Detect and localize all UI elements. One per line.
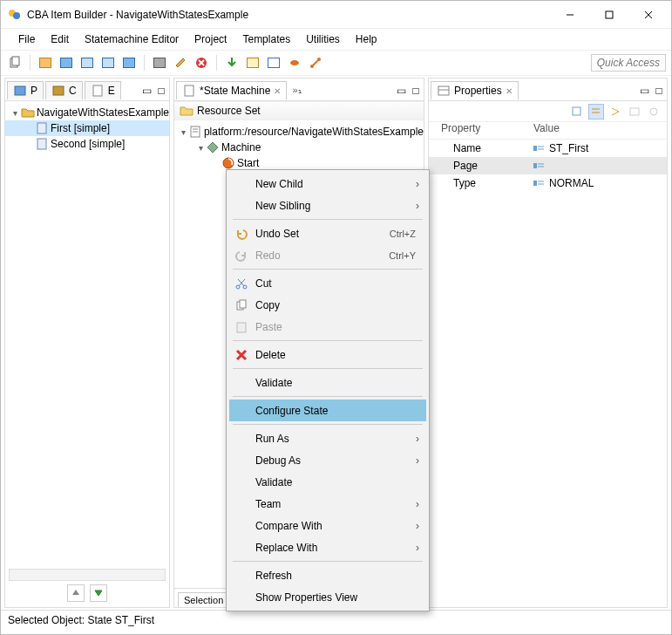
right-min-icon[interactable]: ▭ [638,85,650,97]
props-btn-1[interactable] [569,104,585,119]
ctx-configure-state[interactable]: Configure State [229,399,426,421]
redo-icon [234,249,248,263]
ctx-show-properties[interactable]: Show Properties View [229,586,426,608]
ctx-undo[interactable]: Undo SetCtrl+Z [229,222,426,244]
scissors-icon [234,277,248,290]
menu-help[interactable]: Help [349,31,384,48]
tree-item-second[interactable]: Second [simple] [5,136,169,152]
close-tab-icon[interactable]: ✕ [506,86,512,96]
up-button[interactable] [67,584,85,602]
svg-rect-20 [185,85,193,96]
ctx-delete[interactable]: Delete [229,344,426,365]
prop-type[interactable]: Type NORMAL [429,174,667,192]
tab-properties[interactable]: Properties ✕ [431,81,519,99]
ctx-refresh[interactable]: Refresh [229,564,426,586]
mid-max-icon[interactable]: □ [410,85,422,97]
right-max-icon[interactable]: □ [653,85,665,97]
tree-item-first[interactable]: First [simple] [5,120,169,136]
props-header: Property Value [429,122,667,140]
ctx-team[interactable]: Team [229,493,426,515]
menu-edit[interactable]: Edit [44,31,76,48]
menu-statemachine[interactable]: Statemachine Editor [78,31,186,48]
window-title: CBA Item Builder - NavigateWithStatesExa… [27,9,550,21]
tool-blue-icon[interactable] [58,54,75,72]
properties-pane: Properties ✕ ▭□ Property Value Name ST_F… [428,78,668,608]
tool-page-icon[interactable] [120,54,138,72]
svg-rect-3 [606,11,613,18]
tool-split-icon[interactable] [265,54,282,72]
tree-platform[interactable]: ▾ platform:/resource/NavigateWithStatesE… [174,124,424,140]
tool-edit-icon[interactable] [78,54,96,72]
svg-point-31 [650,108,657,115]
menu-templates[interactable]: Templates [235,31,297,48]
props-btn-3[interactable] [608,104,623,119]
svg-rect-15 [15,86,25,95]
prop-page[interactable]: Page [429,157,667,174]
scrollbar[interactable] [9,569,166,581]
props-btn-4[interactable] [627,104,642,119]
svg-rect-17 [93,85,102,96]
menu-file[interactable]: File [11,31,42,48]
ctx-copy[interactable]: Copy [229,294,426,316]
tool-copy-icon[interactable] [6,54,24,72]
folder-icon [21,106,35,119]
tool-orange-icon[interactable] [286,54,303,72]
svg-rect-7 [12,57,19,65]
ctx-redo: RedoCtrl+Y [229,244,426,266]
more-tabs-icon[interactable]: »₁ [288,85,304,96]
project-tree[interactable]: ▾ NavigateWithStatesExample First [simpl… [5,101,169,607]
tool-image-icon[interactable] [151,54,168,72]
svg-rect-47 [237,323,246,332]
context-menu[interactable]: New Child New Sibling Undo SetCtrl+Z Red… [226,169,430,611]
maximize-button[interactable] [589,3,628,27]
props-btn-5[interactable] [646,104,662,119]
ctx-validate[interactable]: Validate [229,372,426,393]
prop-name[interactable]: Name ST_First [429,140,667,157]
btab-selection[interactable]: Selection [178,592,229,607]
tool-open-icon[interactable] [37,54,54,72]
down-button[interactable] [90,584,107,602]
left-max-icon[interactable]: □ [155,85,167,97]
close-button[interactable] [628,3,668,27]
tab-e[interactable]: E [85,81,121,99]
minimize-button[interactable] [550,3,589,27]
svg-rect-32 [533,146,537,151]
tool-down-icon[interactable] [223,54,241,72]
menubar: File Edit Statemachine Editor Project Te… [1,29,671,50]
ctx-new-sibling[interactable]: New Sibling [229,195,426,216]
ctx-replace[interactable]: Replace With [229,536,426,558]
mid-min-icon[interactable]: ▭ [395,85,407,97]
ctx-compare[interactable]: Compare With [229,515,426,536]
tree-root[interactable]: ▾ NavigateWithStatesExample [5,105,169,120]
tab-c[interactable]: C [45,81,83,99]
props-btn-2[interactable] [588,104,604,119]
svg-rect-35 [533,163,537,168]
tool-link-icon[interactable] [307,54,324,72]
tab-statemachine[interactable]: *State Machine ✕ [176,81,287,99]
file-icon [188,125,202,139]
ctx-new-child[interactable]: New Child [229,173,426,195]
quick-access[interactable]: Quick Access [591,54,666,72]
svg-rect-16 [53,86,64,95]
tree-machine[interactable]: ▾ Machine [174,140,424,155]
left-tabs: P C E ▭□ [5,79,169,101]
left-min-icon[interactable]: ▭ [140,85,153,97]
ctx-cut[interactable]: Cut [229,272,426,294]
svg-rect-18 [37,123,46,133]
ctx-validate2[interactable]: Validate [229,471,426,493]
tool-pencil-icon[interactable] [172,54,189,72]
ctx-debug-as[interactable]: Debug As [229,449,426,471]
undo-icon [234,227,248,241]
diamond-icon [206,140,220,154]
menu-utilities[interactable]: Utilities [299,31,347,48]
svg-point-11 [290,60,299,65]
page-icon [35,137,49,151]
close-tab-icon[interactable]: ✕ [274,86,281,96]
menu-project[interactable]: Project [187,31,234,48]
tool-note-icon[interactable] [244,54,261,72]
tool-stop-icon[interactable] [193,54,210,72]
project-pane: P C E ▭□ ▾ NavigateWithStatesExample Fir… [4,78,170,608]
tool-check-icon[interactable] [99,54,117,72]
ctx-run-as[interactable]: Run As [229,427,426,449]
tab-p[interactable]: P [7,81,44,99]
